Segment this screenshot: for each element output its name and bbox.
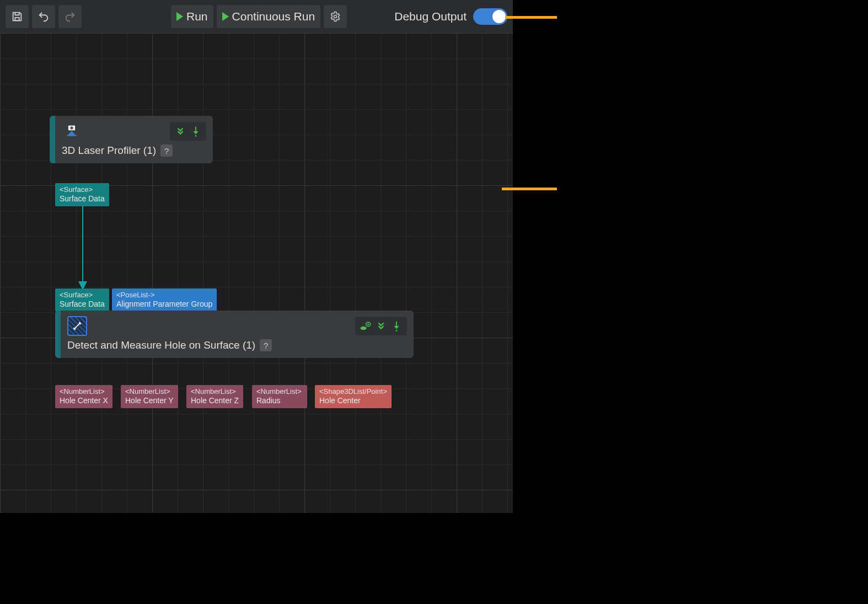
canvas-toolbar: Run Continuous Run Debug Output [0, 0, 513, 33]
port-name: Hole Center [319, 396, 361, 405]
svg-point-3 [70, 126, 73, 129]
download-arrow-icon[interactable] [190, 125, 202, 137]
node-title-row: 3D Laser Profiler (1) ? [55, 145, 213, 163]
node-action-icons [355, 317, 407, 335]
port-name: Surface Data [60, 300, 105, 308]
port-name: Radius [256, 396, 281, 405]
save-button[interactable] [6, 5, 29, 28]
port-type: <Surface> [60, 291, 105, 300]
svg-marker-6 [193, 131, 198, 135]
annotation-callout-line-canvas [502, 188, 557, 190]
svg-point-17 [396, 330, 398, 332]
debug-output-toggle[interactable] [473, 8, 507, 25]
port-type: <NumberList> [256, 387, 303, 396]
node-action-icons [170, 122, 206, 141]
port-type: <PoseList-> [116, 291, 212, 300]
output-port-hole-center-z[interactable]: <NumberList> Hole Center Z [186, 385, 243, 408]
expand-down-icon[interactable] [174, 125, 186, 137]
settings-button[interactable] [324, 5, 347, 28]
svg-marker-16 [394, 326, 399, 329]
node-3d-laser-profiler[interactable]: 3D Laser Profiler (1) ? [50, 116, 213, 163]
port-name: Surface Data [60, 194, 105, 203]
port-name: Hole Center Y [125, 396, 174, 405]
toggle-knob [492, 10, 506, 23]
svg-point-7 [195, 135, 197, 137]
run-label: Run [186, 10, 208, 23]
continuous-run-label: Continuous Run [232, 10, 315, 23]
svg-rect-5 [67, 135, 77, 136]
download-arrow-icon[interactable] [390, 320, 403, 332]
svg-marker-4 [68, 131, 76, 135]
output-port-surface-data[interactable]: <Surface> Surface Data [55, 183, 109, 206]
node-header [61, 311, 414, 339]
continuous-run-button[interactable]: Continuous Run [217, 5, 321, 28]
node-detect-measure-hole[interactable]: Detect and Measure Hole on Surface (1) ? [55, 311, 414, 358]
output-port-hole-center-x[interactable]: <NumberList> Hole Center X [55, 385, 112, 408]
port-type: <NumberList> [125, 387, 174, 396]
svg-rect-0 [15, 18, 19, 21]
redo-button[interactable] [58, 5, 82, 28]
debug-output-label: Debug Output [394, 10, 467, 23]
output-port-hole-center-y[interactable]: <NumberList> Hole Center Y [121, 385, 178, 408]
help-icon[interactable]: ? [160, 145, 173, 157]
port-type: <Surface> [60, 185, 105, 194]
node-title: 3D Laser Profiler (1) [62, 145, 156, 157]
port-type: <NumberList> [60, 387, 108, 396]
input-port-surface-data[interactable]: <Surface> Surface Data [55, 288, 109, 312]
annotation-callout-line-toggle [505, 16, 557, 19]
run-button[interactable]: Run [171, 5, 213, 28]
input-port-alignment-param-group[interactable]: <PoseList-> Alignment Parameter Group [112, 288, 217, 312]
undo-button[interactable] [32, 5, 55, 28]
node-title: Detect and Measure Hole on Surface (1) [67, 339, 255, 351]
svg-point-13 [361, 327, 367, 330]
node-graph-canvas[interactable]: Run Continuous Run Debug Output [0, 0, 513, 513]
output-port-hole-center[interactable]: <Shape3DList/Point> Hole Center [315, 385, 392, 408]
play-icon [222, 12, 229, 21]
expand-down-icon[interactable] [375, 320, 387, 332]
svg-line-10 [74, 323, 81, 329]
help-icon[interactable]: ? [260, 339, 272, 351]
play-icon [176, 12, 183, 21]
port-name: Hole Center Z [191, 396, 239, 405]
port-name: Hole Center X [60, 396, 108, 405]
node-header [55, 116, 213, 145]
svg-point-15 [367, 323, 369, 325]
port-type: <Shape3DList/Point> [319, 387, 387, 396]
output-port-radius[interactable]: <NumberList> Radius [252, 385, 307, 408]
camera-profiler-icon [62, 121, 82, 141]
port-type: <NumberList> [191, 387, 239, 396]
measure-icon [67, 316, 87, 336]
visibility-eye-icon[interactable] [360, 320, 372, 332]
svg-point-1 [334, 15, 337, 18]
port-name: Alignment Parameter Group [116, 300, 212, 308]
node-title-row: Detect and Measure Hole on Surface (1) ? [61, 339, 414, 358]
